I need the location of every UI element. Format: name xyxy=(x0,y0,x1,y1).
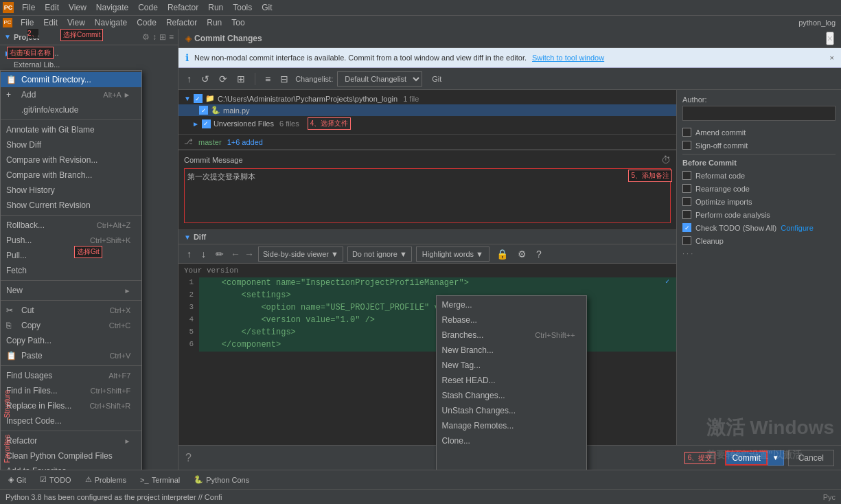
ctx-show-history[interactable]: Show History xyxy=(1,183,141,198)
ctx-show-current[interactable]: Show Current Revision xyxy=(1,198,141,213)
git-submenu: Merge... Rebase... Branches... Ctrl+Shif… xyxy=(436,295,587,470)
ctx-sep1 xyxy=(1,119,141,120)
inner-menu-view[interactable]: View xyxy=(63,16,89,29)
cleanup-checkbox[interactable] xyxy=(682,236,691,245)
menu-refactor[interactable]: Refactor xyxy=(163,1,203,14)
ctx-refactor[interactable]: Refactor ► xyxy=(1,433,141,448)
tab-todo[interactable]: ☑ TODO xyxy=(37,474,74,485)
git-sub-branches[interactable]: Branches... Ctrl+Shift++ xyxy=(437,328,586,343)
inner-menu-edit[interactable]: Edit xyxy=(39,16,62,29)
ctx-add-favorites[interactable]: Add to Favorites xyxy=(1,463,141,470)
ctx-commit-directory[interactable]: 📋 Commit Directory... xyxy=(1,72,141,87)
highlight-words-btn[interactable]: Highlight words ▼ xyxy=(416,247,489,262)
inner-menu-file[interactable]: File xyxy=(16,16,38,29)
help-btn[interactable]: ? xyxy=(533,247,544,261)
git-sub-unstash[interactable]: UnStash Changes... xyxy=(437,403,586,418)
inner-menu-run[interactable]: Run xyxy=(203,16,226,29)
ctx-compare-revision[interactable]: Compare with Revision... xyxy=(1,152,141,168)
switch-link[interactable]: Switch to tool window xyxy=(532,54,604,62)
gear-diff-btn[interactable]: ⚙ xyxy=(515,247,529,261)
ctx-sep5 xyxy=(1,365,141,366)
tree-item-external-lib[interactable]: External Lib... xyxy=(0,59,178,70)
optimize-checkbox[interactable] xyxy=(682,197,691,206)
project-settings-icon[interactable]: ≡ xyxy=(169,32,174,42)
annotation-git-label: 选择Git xyxy=(74,246,102,258)
configure-link[interactable]: Configure xyxy=(781,224,814,232)
ctx-show-diff[interactable]: Show Diff xyxy=(1,137,141,152)
reformat-checkbox[interactable] xyxy=(682,171,691,180)
menu-run[interactable]: Run xyxy=(204,1,227,14)
info-close-btn[interactable]: × xyxy=(830,54,834,62)
ctx-cut[interactable]: ✂ Cut Ctrl+X xyxy=(1,303,141,318)
optimize-row: Optimize imports xyxy=(682,197,836,206)
git-sub-merge[interactable]: Merge... xyxy=(437,297,586,312)
project-name-label: python_log xyxy=(796,19,838,27)
git-sub-new-branch[interactable]: New Branch... xyxy=(437,343,586,358)
ctx-pull[interactable]: Pull... xyxy=(1,248,141,263)
git-sub-rebase[interactable]: Rebase... xyxy=(437,312,586,328)
ctx-find-files[interactable]: Find in Files... Ctrl+Shift+F xyxy=(1,383,141,398)
ctx-replace-files[interactable]: Replace in Files... Ctrl+Shift+R xyxy=(1,398,141,413)
project-expand-icon[interactable]: ▼ xyxy=(4,33,11,41)
check-todo-checkbox[interactable]: ✓ xyxy=(682,223,691,232)
ctx-add[interactable]: + Add Alt+A ► xyxy=(1,87,141,102)
rearrange-checkbox[interactable] xyxy=(682,184,691,193)
git-tab-icon: ◈ xyxy=(8,475,14,484)
do-not-ignore-btn[interactable]: Do not ignore ▼ xyxy=(347,247,412,262)
ctx-copy-path[interactable]: Copy Path... xyxy=(1,333,141,348)
menu-code[interactable]: Code xyxy=(134,1,162,14)
amend-checkbox[interactable] xyxy=(682,128,691,137)
ctx-git-exclude[interactable]: .git/info/exclude xyxy=(1,102,141,117)
git-sub-new-tag[interactable]: New Tag... xyxy=(437,358,586,373)
menu-git[interactable]: Git xyxy=(257,1,276,14)
tab-git[interactable]: ◈ Git xyxy=(5,474,29,485)
commit-dropdown-btn[interactable]: ▼ xyxy=(768,450,784,466)
commit-button[interactable]: Commit xyxy=(725,450,767,466)
tab-problems[interactable]: ⚠ Problems xyxy=(82,474,129,485)
bottom-bar: ◈ Git ☑ TODO ⚠ Problems >_ Terminal 🐍 Py… xyxy=(0,470,841,489)
git-sub-clone[interactable]: Clone... xyxy=(437,433,586,448)
ctx-paste[interactable]: 📋 Paste Ctrl+V xyxy=(1,348,141,363)
lock-btn[interactable]: 🔒 xyxy=(494,247,511,261)
ctx-annotate[interactable]: Annotate with Git Blame xyxy=(1,122,141,137)
ctx-push[interactable]: Push... Ctrl+Shift+K xyxy=(1,233,141,248)
inner-menu-refactor[interactable]: Refactor xyxy=(162,16,201,29)
pyc-label: Pyc xyxy=(823,493,836,501)
ctx-copy[interactable]: ⎘ Copy Ctrl+C xyxy=(1,318,141,333)
menu-edit[interactable]: Edit xyxy=(41,1,63,14)
git-sub-stash[interactable]: Stash Changes... xyxy=(437,388,586,403)
ctx-rollback[interactable]: Rollback... Ctrl+Alt+Z xyxy=(1,218,141,233)
ctx-new[interactable]: New ► xyxy=(1,283,141,298)
project-layout-icon[interactable]: ⊞ xyxy=(159,32,166,42)
menu-file[interactable]: File xyxy=(18,1,39,14)
git-sub-manage-remotes[interactable]: Manage Remotes... xyxy=(437,418,586,433)
tab-python-cons[interactable]: 🐍 Python Cons xyxy=(191,474,252,485)
cancel-button[interactable]: Cancel xyxy=(788,450,834,466)
ctx-clean-compiled[interactable]: Clean Python Compiled Files xyxy=(1,448,141,463)
project-gear-icon[interactable]: ⚙ xyxy=(142,32,150,42)
perform-checkbox[interactable] xyxy=(682,210,691,219)
inner-menu-code[interactable]: Code xyxy=(133,16,161,29)
inner-menu-too[interactable]: Too xyxy=(227,16,249,29)
annotation-select-commit: 选择Commit xyxy=(60,29,103,41)
project-sync-icon[interactable]: ↕ xyxy=(152,32,157,42)
close-button[interactable]: × xyxy=(826,32,834,45)
menu-tools[interactable]: Tools xyxy=(229,1,256,14)
ctx-fetch[interactable]: Fetch xyxy=(1,263,141,278)
changelist-select[interactable]: Default Changelist xyxy=(337,71,422,87)
author-input[interactable] xyxy=(682,106,836,121)
menu-navigate[interactable]: Navigate xyxy=(92,1,133,14)
check-todo-row: ✓ Check TODO (Show All) Configure xyxy=(682,223,836,232)
ctx-find-usages[interactable]: Find Usages Alt+F7 xyxy=(1,368,141,383)
inner-menu-navigate[interactable]: Navigate xyxy=(91,16,131,29)
menu-view[interactable]: View xyxy=(65,1,91,14)
ctx-add-row: + Add Alt+A ► xyxy=(1,87,141,102)
signoff-checkbox[interactable] xyxy=(682,141,691,150)
git-sub-reset-head[interactable]: Reset HEAD... xyxy=(437,373,586,388)
info-icon: ℹ xyxy=(185,52,189,63)
rp-separator xyxy=(682,154,836,154)
ctx-compare-branch[interactable]: Compare with Branch... xyxy=(1,168,141,183)
annotation-submit: 6、提交 xyxy=(684,452,716,464)
tab-terminal[interactable]: >_ Terminal xyxy=(137,474,183,485)
ctx-inspect-code[interactable]: Inspect Code... xyxy=(1,413,141,428)
